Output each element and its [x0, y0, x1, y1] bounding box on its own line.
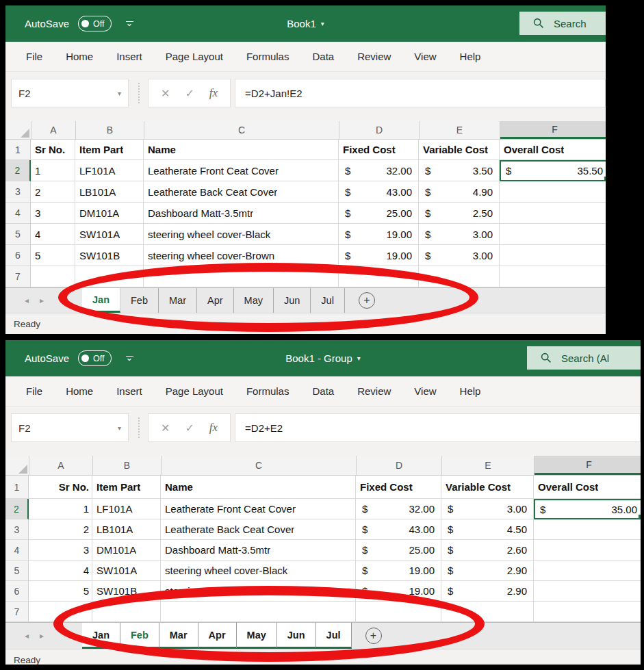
sheet-tab-may[interactable]: May — [237, 623, 277, 649]
row-header-3[interactable]: 3 — [5, 519, 29, 540]
cell-C6[interactable]: steering wheel cover-Brown — [144, 245, 339, 266]
search-box[interactable]: Search — [519, 12, 606, 35]
cell-F3[interactable] — [534, 519, 641, 540]
cell-E3[interactable]: $4.50 — [441, 519, 534, 540]
cell-D7[interactable] — [356, 602, 441, 622]
cell-E5[interactable]: $2.90 — [441, 561, 534, 581]
sheet-tab-feb[interactable]: Feb — [120, 623, 159, 649]
cell-F5[interactable] — [500, 224, 606, 245]
cell-A5[interactable]: 4 — [31, 224, 75, 245]
menu-tab-home[interactable]: Home — [66, 385, 93, 397]
select-all-button[interactable] — [5, 121, 31, 139]
cell-D2[interactable]: $32.00 — [339, 160, 419, 181]
cell-E2[interactable]: $3.50 — [419, 160, 500, 181]
col-header-D[interactable]: D — [357, 456, 442, 475]
menu-tab-review[interactable]: Review — [357, 51, 391, 62]
cell-B4[interactable]: DM101A — [92, 540, 161, 561]
menu-tab-review[interactable]: Review — [357, 385, 391, 397]
sheet-tab-apr[interactable]: Apr — [198, 623, 237, 649]
cell-B2[interactable]: LF101A — [92, 499, 161, 519]
row-header-7[interactable]: 7 — [5, 266, 31, 287]
formula-input[interactable]: =D2+E2 — [235, 413, 641, 442]
tab-scroll-left-icon[interactable]: ◂ — [25, 296, 29, 305]
cell-F2[interactable]: $35.50 — [500, 160, 606, 181]
sheet-tab-apr[interactable]: Apr — [197, 288, 234, 313]
cell-F5[interactable] — [534, 561, 641, 581]
cell-F7[interactable] — [534, 602, 641, 622]
cell-E2[interactable]: $3.00 — [441, 499, 534, 519]
fill-handle[interactable] — [638, 514, 641, 519]
cell-C5[interactable]: steering wheel cover-Black — [144, 224, 339, 245]
sheet-tab-jan[interactable]: Jan — [82, 623, 120, 649]
cell-C6[interactable]: steering wheel cover-Brown — [161, 581, 356, 602]
cell-A2[interactable]: 1 — [31, 160, 75, 181]
col-header-E[interactable]: E — [420, 121, 500, 139]
cell-E4[interactable]: $2.60 — [441, 540, 534, 561]
menu-tab-file[interactable]: File — [26, 51, 42, 62]
cell-F3[interactable] — [500, 181, 606, 203]
name-box-caret-icon[interactable]: ▾ — [118, 424, 121, 432]
cell-B3[interactable]: LB101A — [92, 519, 161, 540]
menu-tab-file[interactable]: File — [26, 385, 42, 397]
menu-tab-data[interactable]: Data — [312, 385, 334, 397]
cell-A1[interactable]: Sr No. — [29, 476, 92, 499]
cell-F1[interactable]: Overall Cost — [534, 476, 641, 499]
cell-A6[interactable]: 5 — [31, 245, 75, 266]
cell-D5[interactable]: $19.00 — [356, 561, 441, 581]
sheet-tab-jul[interactable]: Jul — [311, 288, 345, 313]
cell-A7[interactable] — [31, 266, 75, 287]
name-box[interactable]: F2▾ — [11, 413, 129, 442]
quick-access-dropdown-icon[interactable]: ⌄ — [126, 356, 133, 361]
cell-D4[interactable]: $25.00 — [339, 203, 419, 224]
cell-F4[interactable] — [534, 540, 641, 561]
cell-B6[interactable]: SW101B — [75, 245, 144, 266]
cell-A7[interactable] — [29, 602, 92, 622]
cell-E3[interactable]: $4.90 — [419, 181, 500, 203]
insert-function-icon[interactable]: fx — [209, 421, 218, 435]
sheet-tab-jun[interactable]: Jun — [274, 288, 311, 313]
tab-scroll-right-icon[interactable]: ▸ — [40, 631, 44, 641]
cell-B3[interactable]: LB101A — [75, 181, 144, 203]
sheet-tab-mar[interactable]: Mar — [159, 623, 198, 649]
enter-icon[interactable]: ✓ — [185, 87, 194, 100]
cell-F2[interactable]: $35.00 — [534, 499, 641, 519]
cell-C1[interactable]: Name — [144, 140, 339, 160]
cell-C3[interactable]: Leatherate Back Ceat Cover — [161, 519, 356, 540]
cell-C4[interactable]: Dashboard Matt-3.5mtr — [161, 540, 356, 561]
cell-F7[interactable] — [500, 266, 606, 287]
menu-tab-home[interactable]: Home — [66, 51, 93, 62]
cell-D1[interactable]: Fixed Cost — [356, 476, 441, 499]
row-header-4[interactable]: 4 — [5, 540, 29, 561]
cell-B5[interactable]: SW101A — [92, 561, 161, 581]
sheet-tab-may[interactable]: May — [234, 288, 274, 313]
cell-A4[interactable]: 3 — [29, 540, 92, 561]
autosave-toggle[interactable]: Off — [78, 16, 111, 31]
quick-access-dropdown-icon[interactable]: ⌄ — [126, 21, 133, 27]
tab-scroll-right-icon[interactable]: ▸ — [40, 296, 44, 305]
col-header-D[interactable]: D — [339, 121, 420, 139]
cell-C3[interactable]: Leatherate Back Ceat Cover — [144, 181, 339, 203]
cell-C4[interactable]: Dashboard Matt-3.5mtr — [144, 203, 339, 224]
menu-tab-help[interactable]: Help — [460, 51, 481, 62]
cell-A3[interactable]: 2 — [31, 181, 75, 203]
cell-B2[interactable]: LF101A — [75, 160, 144, 181]
row-header-3[interactable]: 3 — [5, 181, 31, 203]
cell-F6[interactable] — [500, 245, 606, 266]
sheet-tab-jul[interactable]: Jul — [316, 623, 352, 649]
row-header-1[interactable]: 1 — [5, 140, 31, 160]
col-header-F[interactable]: F — [500, 121, 606, 139]
menu-tab-help[interactable]: Help — [460, 385, 481, 397]
cell-A5[interactable]: 4 — [29, 561, 92, 581]
row-header-6[interactable]: 6 — [5, 245, 31, 266]
tab-scroll-left-icon[interactable]: ◂ — [25, 631, 29, 641]
col-header-C[interactable]: C — [162, 456, 357, 475]
cell-D6[interactable]: $19.00 — [356, 581, 441, 602]
cell-B6[interactable]: SW101B — [92, 581, 161, 602]
col-header-C[interactable]: C — [144, 121, 339, 139]
sheet-tab-jun[interactable]: Jun — [277, 623, 316, 649]
sheet-tab-mar[interactable]: Mar — [159, 288, 197, 313]
menu-tab-page-layout[interactable]: Page Layout — [166, 385, 223, 397]
cell-E7[interactable] — [441, 602, 534, 622]
cell-C2[interactable]: Leatherate Front Ceat Cover — [144, 160, 339, 181]
cell-E5[interactable]: $3.00 — [419, 224, 500, 245]
